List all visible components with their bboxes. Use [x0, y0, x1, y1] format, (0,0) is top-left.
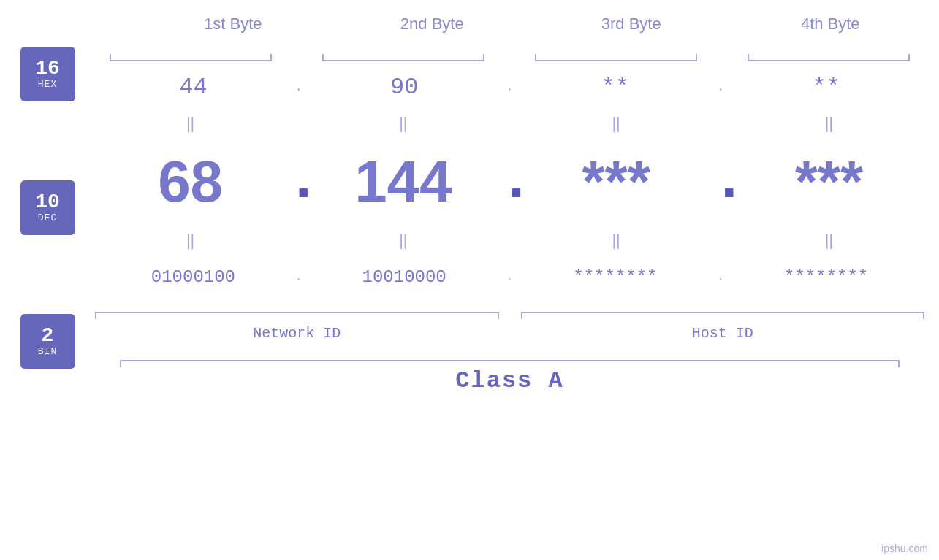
bin-b4: ********: [784, 267, 868, 287]
bin-b3: ********: [573, 267, 657, 287]
data-section: 44 . 90 . ** . ** || ||: [95, 39, 939, 394]
bin-b2-cell: 10010000: [306, 267, 503, 287]
hex-badge: 16 HEX: [20, 47, 75, 101]
eq2-b3: ||: [521, 231, 712, 250]
hex-b2: 90: [390, 74, 418, 101]
dec-b1-cell: 68: [95, 148, 286, 215]
dec-b2-cell: 144: [308, 148, 498, 215]
bin-b1: 01000100: [151, 267, 235, 287]
network-bracket-line: [95, 312, 499, 313]
dec-b1: 68: [158, 148, 223, 215]
badges-column: 16 HEX 10 DEC 2 BIN: [0, 39, 95, 394]
hex-b4-cell: **: [728, 74, 924, 101]
hex-b3-cell: **: [517, 74, 714, 101]
bin-b4-cell: ********: [728, 267, 924, 287]
byte2-header: 2nd Byte: [343, 15, 521, 39]
hex-b3: **: [601, 74, 629, 101]
bin-b1-cell: 01000100: [95, 267, 292, 287]
hex-b2-cell: 90: [306, 74, 503, 101]
bracket-line-3: [535, 60, 697, 61]
bin-badge: 2 BIN: [20, 314, 75, 369]
bin-b2: 10010000: [362, 267, 446, 287]
equals-row-1: || || || ||: [95, 109, 924, 138]
byte1-header: 1st Byte: [145, 15, 322, 39]
dec-b4: ***: [795, 148, 863, 215]
equals-row-2: || || || ||: [95, 226, 924, 255]
dec-dot-2: .: [499, 153, 521, 211]
bracket-line-2: [322, 60, 484, 61]
dec-b2: 144: [354, 148, 452, 215]
bracket-cell-3: [521, 39, 712, 61]
content-area: 16 HEX 10 DEC 2 BIN: [0, 39, 939, 394]
main-container: 1st Byte 2nd Byte 3rd Byte 4th Byte 16 H…: [0, 0, 939, 560]
class-bracket: [120, 360, 900, 361]
bin-row: 01000100 . 10010000 . ******** . *******…: [95, 255, 924, 299]
watermark: ipshu.com: [881, 542, 928, 554]
dec-dot-3: .: [712, 153, 734, 211]
hex-dot-1: .: [292, 80, 306, 94]
byte3-header: 3rd Byte: [543, 15, 721, 39]
network-bracket-right: [498, 312, 499, 319]
hex-dot-2: .: [503, 80, 517, 94]
bottom-brackets-row: [95, 304, 924, 319]
bottom-bracket-area: Network ID Host ID: [95, 304, 924, 342]
bracket-cell-4: [734, 39, 924, 61]
bin-dot-3: .: [713, 269, 728, 284]
eq2-b4: ||: [734, 231, 924, 250]
network-id-label: Network ID: [95, 325, 499, 342]
host-bracket-left: [521, 312, 522, 319]
bracket-cell-2: [308, 39, 498, 61]
bin-b3-cell: ********: [517, 267, 714, 287]
hex-b4: **: [812, 74, 840, 101]
bracket-cell-1: [95, 39, 286, 61]
dec-badge: 10 DEC: [20, 180, 75, 235]
eq2-b2: ||: [308, 231, 498, 250]
byte-headers: 1st Byte 2nd Byte 3rd Byte 4th Byte: [115, 15, 919, 39]
bin-dot-2: .: [503, 269, 517, 284]
host-id-label: Host ID: [521, 325, 925, 342]
eq1-b3: ||: [521, 114, 712, 133]
hex-dot-3: .: [713, 80, 728, 94]
eq1-b1: ||: [95, 114, 286, 133]
bracket-line-4: [748, 60, 910, 61]
eq2-b1: ||: [95, 231, 286, 250]
eq1-b4: ||: [734, 114, 924, 133]
dec-b3-cell: ***: [521, 148, 712, 215]
hex-b1: 44: [179, 74, 207, 101]
class-section: Class A: [95, 353, 924, 394]
eq1-b2: ||: [308, 114, 498, 133]
host-bracket-right: [923, 312, 924, 319]
bracket-line-1: [110, 60, 272, 61]
hex-b1-cell: 44: [95, 74, 292, 101]
dec-row: 68 . 144 . *** . ***: [95, 138, 924, 226]
dec-b3: ***: [582, 148, 650, 215]
byte4-header: 4th Byte: [742, 15, 919, 39]
bin-dot-1: .: [292, 269, 306, 284]
network-bracket-left: [95, 312, 96, 319]
dec-dot-1: .: [286, 153, 308, 211]
dec-b4-cell: ***: [734, 148, 924, 215]
id-labels-row: Network ID Host ID: [95, 325, 924, 342]
class-label: Class A: [95, 367, 924, 394]
top-brackets: [95, 39, 924, 61]
hex-row: 44 . 90 . ** . **: [95, 65, 924, 109]
host-bracket-line: [521, 312, 925, 313]
